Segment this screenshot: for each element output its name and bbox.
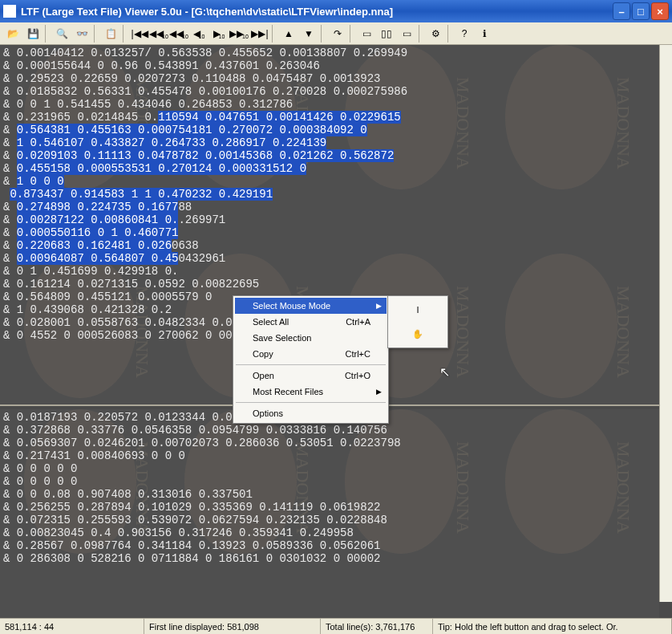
prev-icon[interactable]: ◀10 bbox=[190, 24, 209, 43]
menu-label: Save Selection bbox=[253, 333, 311, 343]
find-next-icon[interactable]: 👓 bbox=[72, 24, 91, 43]
prev10-icon[interactable]: ◀◀10 bbox=[170, 24, 189, 43]
text-line[interactable]: & 0.000550116 0 1 0.460771 bbox=[3, 226, 656, 239]
text-line[interactable]: & 0.256255 0.287894 0.101029 0.335369 0.… bbox=[3, 501, 656, 514]
text-line[interactable]: & 0.161214 0.0271315 0.0592 0.00822695 bbox=[3, 278, 656, 291]
text-line[interactable]: & 0 0 0 0 0 bbox=[3, 475, 656, 488]
close-button[interactable]: × bbox=[651, 2, 669, 20]
window2-icon[interactable]: ▯▯ bbox=[377, 24, 396, 43]
menu-label: Options bbox=[253, 408, 283, 418]
last-icon[interactable]: ▶▶| bbox=[250, 24, 269, 43]
menu-label: Most Recent Files bbox=[253, 387, 323, 396]
ctx-copy[interactable]: CopyCtrl+C bbox=[235, 346, 387, 362]
first-icon[interactable]: |◀◀ bbox=[130, 24, 149, 43]
text-line[interactable]: & 0.29523 0.22659 0.0207273 0.110488 0.0… bbox=[3, 72, 656, 85]
text-line[interactable]: & 0.072315 0.255593 0.539072 0.0627594 0… bbox=[3, 514, 656, 526]
minimize-button[interactable]: – bbox=[613, 2, 630, 20]
text-line[interactable]: & 0 0 0 0 0 bbox=[3, 462, 656, 475]
text-line[interactable]: & 0.28567 0.0987764 0.341184 0.13923 0.0… bbox=[3, 539, 656, 552]
ctx-options[interactable]: Options bbox=[235, 405, 387, 421]
mouse-mode-submenu: I✋ bbox=[387, 295, 448, 348]
text-line[interactable]: & 0 0 0.08 0.907408 0.313016 0.337501 bbox=[3, 488, 656, 501]
text-line[interactable]: & 0.274898 0.224735 0.167788 bbox=[3, 201, 656, 213]
menu-shortcut: Ctrl+C bbox=[333, 349, 370, 359]
menu-label: Copy bbox=[253, 349, 273, 359]
window1-icon[interactable]: ▭ bbox=[357, 24, 376, 43]
options-icon[interactable]: ⚙ bbox=[426, 24, 445, 43]
next-icon[interactable]: ▶10 bbox=[210, 24, 229, 43]
window3-icon[interactable]: ▭ bbox=[397, 24, 416, 43]
text-line[interactable]: & 0.00823045 0.4 0.903156 0.317246 0.359… bbox=[3, 526, 656, 539]
ctx-recent-files[interactable]: Most Recent Files▶ bbox=[235, 384, 387, 400]
toolbar: 📂💾🔍👓📋|◀◀◀◀10◀◀10◀10▶10▶▶10▶▶|▲▼↷▭▯▯▭⚙?ℹ bbox=[0, 22, 672, 45]
next10-icon[interactable]: ▶▶10 bbox=[230, 24, 249, 43]
text-line[interactable]: & 0.455158 0.000553531 0.270124 0.000331… bbox=[3, 162, 656, 175]
text-line[interactable]: & 0.231965 0.0214845 0.110594 0.047651 0… bbox=[3, 111, 656, 124]
status-position: 581,114 : 44 bbox=[0, 619, 144, 634]
ctx-open[interactable]: OpenCtrl+O bbox=[235, 368, 387, 384]
text-line[interactable]: & 0 0 1 0.541455 0.434046 0.264853 0.312… bbox=[3, 98, 656, 111]
window-title: LTF (Large Text File) Viewer 5.0u - [G:\… bbox=[21, 6, 613, 18]
menu-label: Select All bbox=[253, 317, 289, 327]
save-icon[interactable]: 💾 bbox=[23, 24, 43, 43]
submenu-arrow-icon: ▶ bbox=[376, 388, 382, 396]
status-first-line: First line displayed: 581,098 bbox=[144, 619, 321, 634]
up-icon[interactable]: ▲ bbox=[279, 24, 298, 43]
submenu-arrow-icon: ▶ bbox=[376, 302, 382, 310]
text-line[interactable]: & 0.00140412 0.013257/ 0.563538 0.455652… bbox=[3, 47, 656, 59]
vertical-scrollbar[interactable] bbox=[659, 45, 672, 602]
menu-label: Select Mouse Mode bbox=[253, 301, 330, 311]
help-icon[interactable]: ? bbox=[455, 24, 474, 43]
about-icon[interactable]: ℹ bbox=[475, 24, 494, 43]
ctx-select-mouse-mode[interactable]: Select Mouse Mode▶ bbox=[235, 298, 387, 314]
ctx-save-selection[interactable]: Save Selection bbox=[235, 330, 387, 346]
text-line[interactable]: & 0.0185832 0.56331 0.455478 0.00100176 … bbox=[3, 85, 656, 98]
maximize-button[interactable]: □ bbox=[632, 2, 650, 20]
text-line[interactable]: & 0.372868 0.33776 0.0546358 0.0954799 0… bbox=[3, 424, 656, 437]
content-area: & 0.00140412 0.013257/ 0.563538 0.455652… bbox=[0, 45, 672, 618]
open-file-icon[interactable]: 📂 bbox=[3, 24, 22, 43]
mouse-mode-hand-icon[interactable]: ✋ bbox=[390, 322, 446, 346]
find-icon[interactable]: 🔍 bbox=[52, 24, 71, 43]
text-line[interactable]: 0.873437 0.914583 1 1 0.470232 0.429191 bbox=[3, 188, 656, 201]
text-line[interactable]: & 0.0569307 0.0246201 0.00702073 0.28603… bbox=[3, 437, 656, 449]
text-line[interactable]: & 1 0 0 0 bbox=[3, 175, 656, 188]
menu-shortcut: Ctrl+O bbox=[332, 371, 370, 380]
copy-icon[interactable]: 📋 bbox=[101, 24, 120, 43]
text-line[interactable]: & 1 0.546107 0.433827 0.264733 0.286917 … bbox=[3, 136, 656, 149]
text-line[interactable]: & 0.00964087 0.564807 0.450432961 bbox=[3, 252, 656, 265]
text-line[interactable]: & 0 1 0.451699 0.429918 0. bbox=[3, 265, 656, 278]
status-tip: Tip: Hold the left button and drag to se… bbox=[433, 619, 672, 634]
text-pane-bottom[interactable]: & 0.0187193 0.220572 0.0123344 0.0016/81… bbox=[0, 409, 659, 618]
text-line[interactable]: & 0.564381 0.455163 0.000754181 0.270072… bbox=[3, 124, 656, 136]
redo-icon[interactable]: ↷ bbox=[328, 24, 347, 43]
menu-shortcut: Ctrl+A bbox=[333, 317, 370, 327]
text-line[interactable]: & 0 286308 0 528216 0 0711884 0 186161 0… bbox=[3, 552, 656, 565]
ctx-select-all[interactable]: Select AllCtrl+A bbox=[235, 314, 387, 330]
context-menu: Select Mouse Mode▶Select AllCtrl+ASave S… bbox=[233, 295, 389, 424]
app-icon bbox=[3, 5, 16, 18]
titlebar: LTF (Large Text File) Viewer 5.0u - [G:\… bbox=[0, 0, 672, 22]
text-line[interactable]: & 0.217431 0.00840693 0 0 0 bbox=[3, 449, 656, 462]
status-total-lines: Total line(s): 3,761,176 bbox=[321, 619, 433, 634]
mouse-mode-text-icon[interactable]: I bbox=[390, 298, 446, 322]
statusbar: 581,114 : 44 First line displayed: 581,0… bbox=[0, 618, 672, 634]
prev10k-icon[interactable]: ◀◀10 bbox=[150, 24, 169, 43]
down-icon[interactable]: ▼ bbox=[299, 24, 318, 43]
text-line[interactable]: & 0.220683 0.162481 0.0260638 bbox=[3, 239, 656, 252]
menu-label: Open bbox=[253, 371, 274, 380]
text-line[interactable]: & 0.0209103 0.11113 0.0478782 0.00145368… bbox=[3, 149, 656, 162]
text-line[interactable]: & 0.00287122 0.00860841 0..269971 bbox=[3, 213, 656, 226]
text-line[interactable]: & 0.000155644 0 0.96 0.543891 0.437601 0… bbox=[3, 59, 656, 72]
